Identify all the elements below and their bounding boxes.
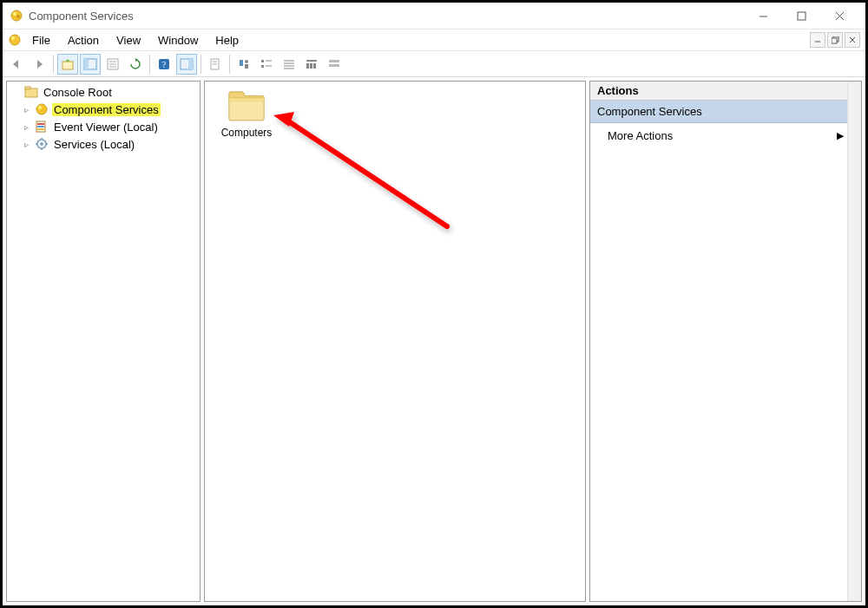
svg-rect-39 [306,60,317,62]
workarea: Console Root ▹ Component Services ▹ Even… [3,77,865,605]
event-viewer-icon [35,120,49,134]
content-item-label: Computers [221,127,273,139]
svg-rect-44 [329,64,339,67]
tree: Console Root ▹ Component Services ▹ Even… [7,82,200,154]
minimize-button[interactable] [744,3,782,28]
submenu-arrow-icon: ▶ [837,130,844,141]
actions-more[interactable]: More Actions ▶ [590,123,861,147]
tree-expander[interactable]: ▹ [21,140,31,149]
mdi-restore-button[interactable] [827,32,843,48]
svg-point-7 [10,35,20,45]
svg-rect-46 [25,87,30,89]
list-view2-button[interactable] [279,54,299,75]
status-view-button[interactable] [324,54,345,75]
tree-item-services[interactable]: ▹ Services (Local) [7,135,200,153]
tree-item-label: Component Services [52,103,161,116]
tree-root-label: Console Root [42,86,114,99]
svg-rect-28 [240,60,243,66]
svg-rect-52 [37,128,44,130]
svg-rect-50 [37,123,44,125]
com-apps-button[interactable] [233,54,254,75]
component-services-icon [35,102,49,116]
menu-view[interactable]: View [108,31,149,49]
svg-point-29 [245,60,248,63]
toolbar-separator [201,55,201,74]
properties-button[interactable] [205,54,226,75]
toolbar-separator [149,55,150,74]
help-button[interactable]: ? [154,54,174,75]
tree-expander[interactable]: ▹ [21,105,31,114]
menu-help[interactable]: Help [207,31,247,49]
svg-rect-51 [37,126,44,127]
tree-item-event-viewer[interactable]: ▹ Event Viewer (Local) [7,118,200,135]
svg-rect-24 [188,59,193,69]
svg-rect-42 [313,63,316,69]
back-button[interactable] [6,54,27,75]
menu-file[interactable]: File [27,31,59,49]
content-item-computers[interactable]: Computers [214,90,279,139]
svg-rect-30 [245,64,248,69]
tree-root[interactable]: Console Root [7,83,200,101]
menubar: File Action View Window Help [3,29,865,51]
tree-item-component-services[interactable]: ▹ Component Services [7,101,200,118]
close-button[interactable] [820,3,858,28]
tree-item-label: Services (Local) [52,138,136,151]
refresh-button[interactable] [125,54,146,75]
console-root-icon [24,85,38,99]
window-frame: Component Services File Action View Wind… [0,0,868,608]
svg-point-8 [11,36,15,40]
svg-point-1 [13,12,16,16]
toolbar: ? [3,51,865,77]
window-title: Component Services [29,10,134,23]
menu-window[interactable]: Window [149,31,207,49]
forward-button[interactable] [29,54,49,75]
svg-rect-11 [832,38,837,43]
svg-rect-32 [261,65,264,68]
content-pane[interactable]: Computers [204,81,586,602]
scrollbar[interactable] [847,82,861,601]
maximize-button[interactable] [782,3,820,28]
toggle-tree-button[interactable] [80,54,101,75]
svg-rect-4 [798,12,806,20]
svg-rect-14 [62,62,73,69]
actions-row-label: More Actions [608,129,673,142]
doc-app-icon [8,33,22,47]
tree-expander[interactable]: ▹ [21,122,31,132]
mdi-minimize-button[interactable] [810,32,825,48]
actions-pane: Actions Component Services ▲ More Action… [589,81,862,602]
actions-section-label: Component Services [597,105,702,118]
tree-item-label: Event Viewer (Local) [52,121,160,134]
toolbar-separator [53,55,54,74]
mdi-buttons [810,32,862,48]
svg-rect-41 [310,63,312,69]
folder-icon [227,90,266,123]
toggle-action-pane-button[interactable] [176,54,197,75]
svg-point-47 [36,104,47,114]
svg-point-2 [16,15,21,19]
svg-text:?: ? [162,60,167,69]
export-list-button[interactable] [102,54,123,75]
toolbar-separator [229,55,230,74]
svg-point-48 [38,106,42,109]
mdi-close-button[interactable] [845,32,860,48]
titlebar: Component Services [3,3,865,29]
svg-rect-16 [84,59,89,69]
svg-rect-40 [306,63,309,69]
content-inner: Computers [205,82,585,147]
svg-rect-31 [261,60,264,62]
svg-point-54 [40,142,43,146]
menu-action[interactable]: Action [59,31,108,49]
tree-pane: Console Root ▹ Component Services ▹ Even… [6,81,201,602]
up-button[interactable] [57,54,78,75]
svg-rect-43 [329,60,339,62]
actions-header: Actions [590,82,861,101]
list-view1-button[interactable] [256,54,277,75]
detail-view-button[interactable] [301,54,322,75]
actions-section[interactable]: Component Services ▲ [590,101,861,123]
app-icon [10,9,23,23]
services-icon [35,137,49,151]
svg-rect-60 [229,98,264,102]
